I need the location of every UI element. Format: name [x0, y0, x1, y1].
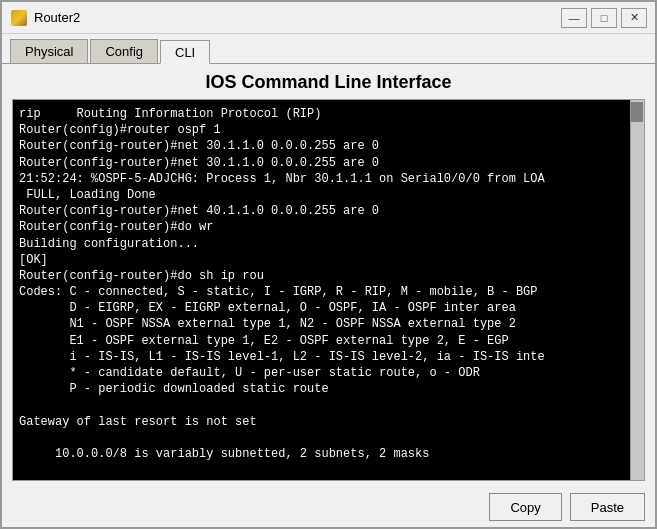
minimize-button[interactable]: —	[561, 8, 587, 28]
window-controls: — □ ✕	[561, 8, 647, 28]
terminal-line: D - EIGRP, EX - EIGRP external, O - OSPF…	[19, 300, 622, 316]
terminal-line: i - IS-IS, L1 - IS-IS level-1, L2 - IS-I…	[19, 349, 622, 365]
terminal-line: [OK]	[19, 252, 622, 268]
terminal-line: * - candidate default, U - per-user stat…	[19, 365, 622, 381]
scrollbar[interactable]	[630, 100, 644, 480]
terminal-line: Router(config-router)#net 40.1.1.0 0.0.0…	[19, 203, 622, 219]
terminal-line: Router(config-router)#do sh ip rou	[19, 268, 622, 284]
terminal-line: Gateway of last resort is not set	[19, 414, 622, 430]
copy-button[interactable]: Copy	[489, 493, 561, 521]
terminal-line: E1 - OSPF external type 1, E2 - OSPF ext…	[19, 333, 622, 349]
terminal-line: N1 - OSPF NSSA external type 1, N2 - OSP…	[19, 316, 622, 332]
bottom-bar: Copy Paste	[2, 487, 655, 527]
tab-bar: Physical Config CLI	[2, 34, 655, 64]
terminal-line: Router(config-router)#do wr	[19, 219, 622, 235]
terminal-line	[19, 397, 622, 413]
app-icon	[10, 9, 28, 27]
maximize-button[interactable]: □	[591, 8, 617, 28]
window-title: Router2	[34, 10, 561, 25]
terminal-line: Router(config)#router ospf 1	[19, 122, 622, 138]
cli-container: rip Routing Information Protocol (RIP)Ro…	[2, 99, 655, 487]
terminal-line: rip Routing Information Protocol (RIP)	[19, 106, 622, 122]
terminal-line: Codes: C - connected, S - static, I - IG…	[19, 284, 622, 300]
terminal-line	[19, 430, 622, 446]
terminal-line: P - periodic downloaded static route	[19, 381, 622, 397]
terminal-line: 21:52:24: %OSPF-5-ADJCHG: Process 1, Nbr…	[19, 171, 622, 187]
tab-physical[interactable]: Physical	[10, 39, 88, 63]
close-button[interactable]: ✕	[621, 8, 647, 28]
terminal-line: Router(config-router)#net 30.1.1.0 0.0.0…	[19, 138, 622, 154]
tab-cli[interactable]: CLI	[160, 40, 210, 64]
cli-output: rip Routing Information Protocol (RIP)Ro…	[19, 106, 638, 462]
paste-button[interactable]: Paste	[570, 493, 645, 521]
scrollbar-thumb[interactable]	[631, 102, 643, 122]
terminal-line: 10.0.0.0/8 is variably subnetted, 2 subn…	[19, 446, 622, 462]
tab-config[interactable]: Config	[90, 39, 158, 63]
page-title: IOS Command Line Interface	[2, 64, 655, 99]
terminal-line: Building configuration...	[19, 236, 622, 252]
terminal-line: Router(config-router)#net 30.1.1.0 0.0.0…	[19, 155, 622, 171]
title-bar: Router2 — □ ✕	[2, 2, 655, 34]
terminal-line: FULL, Loading Done	[19, 187, 622, 203]
cli-terminal[interactable]: rip Routing Information Protocol (RIP)Ro…	[12, 99, 645, 481]
main-window: Router2 — □ ✕ Physical Config CLI IOS Co…	[0, 0, 657, 529]
